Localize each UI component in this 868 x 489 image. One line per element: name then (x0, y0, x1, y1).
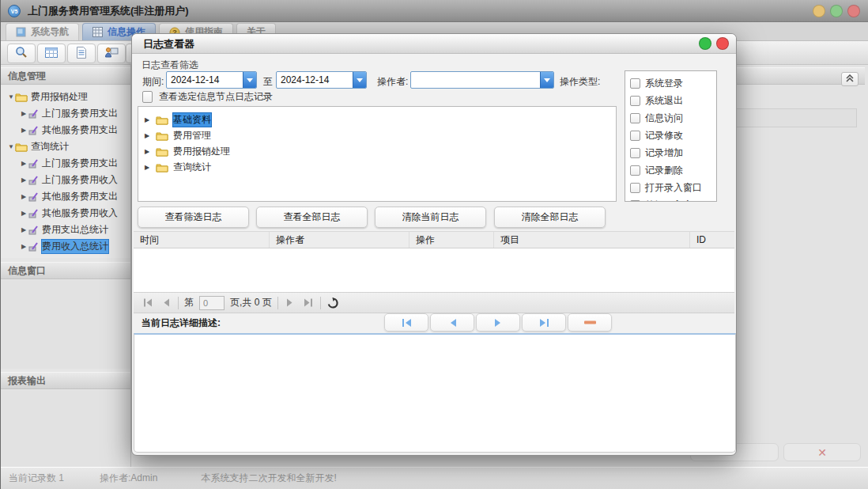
triangle-right-icon[interactable]: ▶ (20, 160, 28, 167)
log-detail-textarea[interactable] (134, 333, 736, 453)
checkbox-icon[interactable] (630, 200, 640, 203)
tree-node-label[interactable]: 上门服务费用支出 (42, 157, 118, 170)
triangle-right-icon[interactable]: ▶ (20, 176, 28, 184)
tree-node-leaf[interactable]: ▶ 其他服务费用支出 (1, 122, 130, 138)
document-tool-button[interactable] (67, 44, 96, 63)
checkbox-icon[interactable] (630, 183, 640, 193)
col-operation[interactable]: 操作 (409, 232, 494, 248)
dropdown-button[interactable] (540, 72, 553, 88)
dropdown-button[interactable] (353, 72, 366, 88)
tree-node-label[interactable]: 其他服务费用收入 (42, 207, 118, 220)
col-operator[interactable]: 操作者 (270, 232, 409, 248)
dropdown-button[interactable] (243, 72, 256, 88)
tree-node-leaf[interactable]: ▶ 其他服务费用收入 (1, 205, 130, 222)
type-option-row[interactable]: 记录删除 (630, 161, 716, 179)
maximize-button[interactable] (830, 5, 843, 17)
dialog-tree-node[interactable]: ▶ 查询统计 (138, 159, 616, 175)
triangle-right-icon[interactable]: ▶ (20, 127, 28, 134)
tree-node-label[interactable]: 其他服务费用支出 (42, 190, 118, 203)
date-to-combobox[interactable]: 2024-12-14 (276, 71, 367, 89)
record-prev-button[interactable] (430, 313, 474, 332)
dialog-tree-node[interactable]: ▶ 费用报销处理 (138, 143, 616, 159)
page-number-input[interactable] (199, 296, 225, 310)
tree-node-leaf[interactable]: ▶ 其他服务费用支出 (1, 188, 130, 205)
clear-all-log-button[interactable]: 清除全部日志 (494, 207, 606, 228)
tree-node-label[interactable]: 查询统计 (31, 140, 69, 154)
tree-node-label[interactable]: 上门服务费用收入 (42, 173, 118, 187)
operation-type-list[interactable]: 系统登录 系统退出 信息访问 记录修改 记录增加 记录删除 打开录入窗口 关闭录… (625, 70, 717, 202)
checkbox-icon[interactable] (630, 165, 640, 176)
view-filtered-log-button[interactable]: 查看筛选日志 (138, 207, 249, 228)
close-button[interactable] (847, 5, 860, 17)
view-all-log-button[interactable]: 查看全部日志 (256, 207, 368, 228)
triangle-right-icon[interactable]: ▶ (145, 116, 151, 123)
checkbox-icon[interactable] (630, 113, 640, 123)
search-tool-button[interactable] (7, 44, 36, 63)
dialog-close-button[interactable] (716, 37, 729, 50)
tree-node-leaf[interactable]: ▶ 上门服务费用支出 (1, 105, 130, 122)
triangle-right-icon[interactable]: ▶ (145, 132, 151, 139)
checkbox-icon[interactable] (630, 96, 640, 106)
tree-node-label[interactable]: 费用支出总统计 (42, 223, 108, 237)
dialog-tree-label[interactable]: 基础资料 (173, 113, 211, 127)
sidebar-panel-report-header[interactable]: 报表输出 (1, 372, 130, 389)
bottom-close-button[interactable]: ✕ (783, 443, 861, 461)
date-from-combobox[interactable]: 2024-12-14 (166, 71, 257, 89)
checkbox-icon[interactable] (630, 148, 640, 158)
refresh-icon[interactable] (326, 298, 339, 309)
tree-node-label[interactable]: 费用收入总统计 (42, 240, 108, 253)
tree-node-leaf[interactable]: ▶ 费用支出总统计 (1, 222, 130, 238)
col-project[interactable]: 项目 (494, 232, 690, 248)
first-page-icon[interactable] (142, 298, 154, 307)
triangle-down-icon[interactable]: ▼ (7, 143, 15, 150)
prev-page-icon[interactable] (160, 298, 172, 307)
table-tool-button[interactable] (37, 44, 66, 63)
triangle-right-icon[interactable]: ▶ (20, 226, 28, 233)
col-id[interactable]: ID (690, 232, 734, 248)
checkbox-icon[interactable] (630, 131, 640, 141)
last-page-icon[interactable] (302, 298, 315, 307)
dialog-maximize-button[interactable] (699, 37, 711, 50)
sidebar-panel-window-header[interactable]: 信息窗口 (1, 262, 130, 279)
tree-node-leaf[interactable]: ▶ 上门服务费用收入 (1, 172, 130, 188)
tree-node-query-stats[interactable]: ▼ 查询统计 (1, 138, 130, 155)
triangle-down-icon[interactable]: ▼ (7, 93, 15, 100)
triangle-right-icon[interactable]: ▶ (20, 243, 28, 250)
record-first-button[interactable] (384, 313, 428, 332)
clear-current-log-button[interactable]: 清除当前日志 (375, 207, 486, 228)
type-option-row[interactable]: 系统登录 (630, 74, 716, 92)
type-option-row[interactable]: 关闭录入窗口 (630, 196, 716, 202)
user-log-tool-button[interactable] (97, 44, 126, 63)
tree-node-label[interactable]: 费用报销处理 (31, 90, 88, 104)
checkbox-icon[interactable] (630, 78, 640, 89)
triangle-right-icon[interactable]: ▶ (20, 210, 28, 217)
triangle-right-icon[interactable]: ▶ (145, 148, 151, 155)
collapse-panel-button[interactable] (841, 72, 859, 86)
tab-system-nav[interactable]: 系统导航 (6, 23, 79, 40)
type-option-row[interactable]: 系统退出 (630, 92, 716, 109)
minimize-button[interactable] (813, 5, 825, 17)
tree-node-leaf-selected[interactable]: ▶ 费用收入总统计 (1, 238, 130, 255)
type-option-row[interactable]: 记录增加 (630, 144, 716, 161)
type-option-row[interactable]: 打开录入窗口 (630, 179, 716, 196)
record-last-button[interactable] (522, 313, 566, 332)
type-option-row[interactable]: 记录修改 (630, 127, 716, 144)
tree-node-leaf[interactable]: ▶ 上门服务费用支出 (1, 155, 130, 172)
record-next-button[interactable] (476, 313, 520, 332)
dialog-tree-label[interactable]: 费用报销处理 (173, 145, 230, 158)
operator-combobox[interactable] (410, 71, 554, 89)
sidebar-panel-info-header[interactable]: 信息管理 (1, 67, 130, 85)
dialog-tree-label[interactable]: 查询统计 (173, 161, 211, 174)
dialog-tree-node[interactable]: ▶ 费用管理 (138, 127, 616, 143)
tree-node-label[interactable]: 上门服务费用支出 (42, 107, 118, 120)
node-filter-checkbox-row[interactable]: 查看选定信息节点日志记录 (142, 90, 273, 104)
record-delete-button[interactable] (568, 313, 612, 332)
tree-node-expense-processing[interactable]: ▼ 费用报销处理 (1, 89, 130, 105)
type-option-row[interactable]: 信息访问 (630, 109, 716, 127)
dialog-tree-node-selected[interactable]: ▶ 基础资料 (138, 112, 616, 127)
col-time[interactable]: 时间 (134, 232, 270, 248)
triangle-right-icon[interactable]: ▶ (20, 193, 28, 200)
tree-node-label[interactable]: 其他服务费用支出 (42, 123, 118, 137)
dialog-tree-label[interactable]: 费用管理 (173, 129, 211, 142)
log-table-body[interactable] (134, 248, 734, 292)
